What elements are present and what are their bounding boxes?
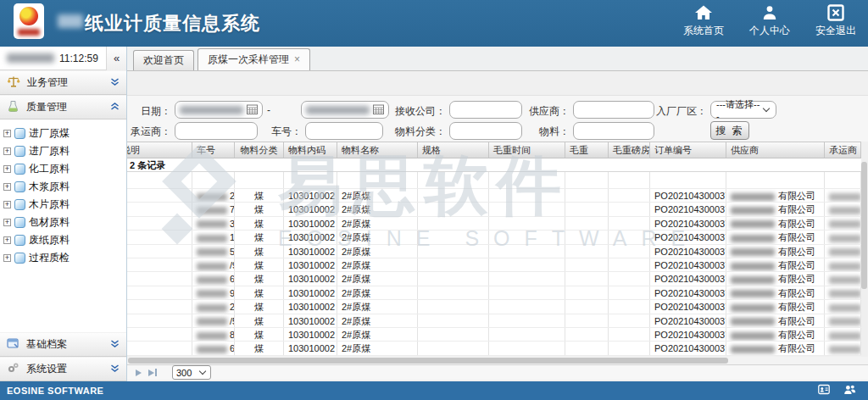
table-row[interactable]: 30 煤 103010002 2#原煤 PO202104300037 有限公司 <box>127 217 861 231</box>
tab-close-icon[interactable]: × <box>294 53 300 65</box>
column-header[interactable]: 毛重时间 <box>489 142 565 158</box>
supplier-redacted <box>731 235 775 242</box>
table-row[interactable]: /98 煤 103010002 2#原煤 PO202104300037 有限公司 <box>127 258 861 272</box>
sidebar-group-business[interactable]: 业务管理 <box>0 70 126 95</box>
tree-item[interactable]: + 进厂原煤 <box>3 125 126 142</box>
next-page-button[interactable] <box>136 369 142 376</box>
date-label: 日期： <box>127 104 171 119</box>
column-header[interactable]: 供应商 <box>726 142 825 158</box>
date-from-input[interactable] <box>175 101 263 119</box>
tree-expander-icon[interactable]: + <box>3 165 11 173</box>
table-row[interactable]: 65 煤 103010002 2#原煤 PO202104300037 有限公司 <box>127 342 861 355</box>
vehicle-no-input[interactable] <box>305 122 383 140</box>
material-input[interactable] <box>573 122 654 140</box>
carrier-redacted <box>829 193 861 201</box>
table-row[interactable]: 18 煤 103010002 2#原煤 PO202104300037 有限公司 <box>127 231 861 244</box>
last-page-button[interactable] <box>148 369 157 376</box>
cell-weigh-house <box>609 258 650 271</box>
cell-supplier: 有限公司 <box>726 258 825 271</box>
tree-item[interactable]: + 木浆原料 <box>3 178 126 196</box>
cell-gross-time <box>489 189 565 202</box>
footer-icons <box>818 383 856 398</box>
contact-badge-icon[interactable] <box>818 383 830 398</box>
sidebar-group-basedata[interactable]: 基础档案 <box>0 332 126 357</box>
empty-cell <box>609 172 650 188</box>
horizontal-scrollbar[interactable] <box>127 357 868 364</box>
nav-system-home[interactable]: 系统首页 <box>680 4 727 38</box>
group-label: 业务管理 <box>27 75 103 90</box>
tree-expander-icon[interactable]: + <box>3 183 11 191</box>
empty-cell <box>825 172 861 188</box>
table-row[interactable]: 81 煤 103010002 2#原煤 PO202104300037 有限公司 <box>127 328 861 342</box>
table-row[interactable]: 51 煤 103010002 2#原煤 PO202104300037 有限公司 <box>127 245 861 258</box>
horizontal-scrollbar-thumb[interactable] <box>128 358 728 364</box>
tab-welcome-home[interactable]: 欢迎首页 <box>133 50 194 70</box>
column-header[interactable]: 物料名称 <box>337 142 418 158</box>
supplier-input[interactable] <box>573 101 654 119</box>
tree-expander-icon[interactable]: + <box>3 147 11 155</box>
tree-item[interactable]: + 化工原料 <box>3 160 126 178</box>
plate-redacted <box>197 220 227 228</box>
nav-personal-center[interactable]: 个人中心 <box>746 4 793 38</box>
material-category-input[interactable] <box>449 122 522 140</box>
tree-item[interactable]: + 进厂原料 <box>3 142 126 160</box>
table-row[interactable]: 76 煤 103010002 2#原煤 PO202104300037 有限公司 <box>127 203 861 216</box>
tree-item[interactable]: + 废纸原料 <box>3 231 126 249</box>
cell-material-name: 2#原煤 <box>337 203 418 215</box>
page-size-select[interactable]: 300 <box>172 365 211 380</box>
cell-vehicle-no: 99 <box>192 286 235 299</box>
cell-weigh-house <box>609 300 650 313</box>
carrier-input[interactable] <box>175 122 258 140</box>
column-header[interactable]: 订单编号 <box>650 142 726 158</box>
folder-node-icon <box>14 128 25 139</box>
cell-gross-weight <box>565 328 609 341</box>
plate-redacted <box>197 304 227 312</box>
column-header[interactable]: 规格 <box>418 142 489 158</box>
cell-material-name: 2#原煤 <box>337 245 418 258</box>
column-header[interactable]: 承运商 <box>825 142 861 158</box>
folder-node-icon <box>14 253 25 264</box>
cell-gross-weight <box>565 231 609 243</box>
column-header[interactable]: 物料分类 <box>235 142 284 158</box>
date-to-input[interactable] <box>301 101 389 119</box>
sidebar-collapse-button[interactable]: « <box>106 47 126 70</box>
cell-material-name: 2#原煤 <box>337 258 418 271</box>
search-button[interactable]: 搜 索 <box>710 121 749 140</box>
cell-order-no: PO202104300037 <box>650 231 726 243</box>
column-header[interactable]: 说明 <box>127 142 192 158</box>
factory-area-select[interactable]: ---请选择--- <box>710 101 776 119</box>
table-row[interactable]: 68 煤 103010002 2#原煤 PO202104300037 有限公司 <box>127 272 861 286</box>
sidebar-group-quality[interactable]: 质量管理 <box>0 95 126 119</box>
tree-item[interactable]: + 过程质检 <box>3 249 126 267</box>
supplier-suffix: 有限公司 <box>778 247 815 257</box>
supplier-redacted <box>731 220 775 228</box>
tree-expander-icon[interactable]: + <box>3 130 11 137</box>
vertical-scrollbar-thumb[interactable] <box>861 162 867 289</box>
users-icon[interactable] <box>843 383 856 398</box>
column-header[interactable]: 车号 <box>192 142 235 158</box>
cell-vehicle-no: 18 <box>192 231 235 243</box>
cell-description <box>127 328 192 341</box>
column-header[interactable]: 毛重磅房 <box>609 142 650 158</box>
cell-material-code: 103010002 <box>284 217 337 230</box>
nav-safe-exit[interactable]: 安全退出 <box>812 4 860 38</box>
table-row[interactable]: 26 煤 103010002 2#原煤 PO202104300037 有限公司 <box>127 189 861 203</box>
column-header[interactable]: 物料内码 <box>284 142 337 158</box>
table-row[interactable]: 99 煤 103010002 2#原煤 PO202104300037 有限公司 <box>127 286 861 300</box>
tree-expander-icon[interactable]: + <box>3 236 11 244</box>
sidebar: 11:12:59 « 业务管理 质量管理 <box>0 47 127 381</box>
table-row[interactable]: 20 煤 103010002 2#原煤 PO202104300037 有限公司 <box>127 300 861 314</box>
tree-expander-icon[interactable]: + <box>3 254 11 262</box>
page-size-value: 300 <box>176 368 197 378</box>
receive-company-input[interactable] <box>449 101 522 119</box>
tree-expander-icon[interactable]: + <box>3 219 11 226</box>
tree-expander-icon[interactable]: + <box>3 201 11 208</box>
cell-vehicle-no: /57 <box>192 314 235 327</box>
table-row[interactable]: /57 煤 103010002 2#原煤 PO202104300037 有限公司 <box>127 314 861 328</box>
tree-item[interactable]: + 木片原料 <box>3 196 126 214</box>
column-header[interactable]: 毛重 <box>565 142 609 158</box>
tab-raw-coal-sampling[interactable]: 原煤一次采样管理× <box>198 48 310 70</box>
tree-item[interactable]: + 包材原料 <box>3 214 126 231</box>
sidebar-group-settings[interactable]: 系统设置 <box>0 357 126 381</box>
cell-gross-time <box>489 203 565 215</box>
